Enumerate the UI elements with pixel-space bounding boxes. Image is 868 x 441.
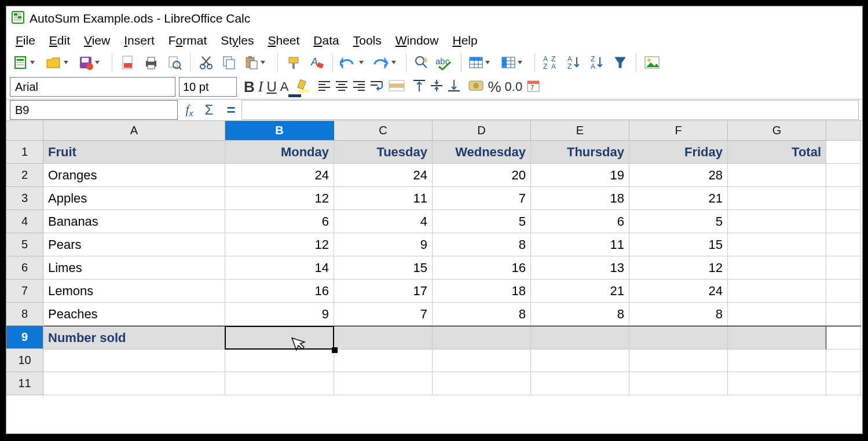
cell[interactable] — [826, 256, 861, 280]
align-right-button[interactable] — [352, 79, 366, 94]
cell[interactable]: 20 — [433, 164, 531, 187]
font-color-button[interactable]: A — [280, 79, 292, 94]
cell[interactable] — [728, 256, 826, 280]
wrap-text-button[interactable] — [369, 79, 384, 94]
cell[interactable] — [531, 326, 629, 350]
cell[interactable] — [728, 233, 826, 256]
cell[interactable]: 21 — [629, 187, 728, 210]
row-header-4[interactable]: 4 — [6, 210, 43, 233]
cell[interactable]: Total — [728, 141, 826, 164]
merge-cells-button[interactable] — [388, 79, 405, 94]
cell[interactable] — [826, 280, 861, 303]
image-button[interactable] — [642, 53, 662, 72]
col-header-C[interactable]: C — [334, 121, 433, 141]
cell[interactable]: Wednesday — [433, 141, 531, 164]
cell[interactable] — [629, 349, 728, 372]
menu-format[interactable]: Format — [169, 34, 207, 47]
align-center-button[interactable] — [335, 79, 349, 94]
cell[interactable]: 7 — [334, 303, 433, 326]
cell[interactable] — [334, 372, 433, 395]
sort-button[interactable]: AZZA — [541, 53, 561, 72]
cell[interactable] — [826, 349, 861, 372]
cell[interactable]: 5 — [629, 210, 728, 233]
column-button[interactable] — [500, 53, 529, 72]
cell[interactable]: 24 — [334, 164, 433, 187]
undo-button[interactable] — [339, 53, 368, 72]
print-button[interactable] — [141, 53, 161, 72]
cell[interactable] — [433, 349, 531, 372]
autosum-button[interactable]: Σ — [200, 100, 221, 120]
cell[interactable] — [728, 326, 826, 350]
cell[interactable]: 5 — [433, 210, 531, 233]
cell[interactable]: 8 — [433, 233, 531, 256]
clear-formatting-button[interactable]: A — [307, 53, 327, 72]
formula-input[interactable] — [241, 100, 859, 120]
cell[interactable] — [826, 372, 861, 395]
col-header-D[interactable]: D — [433, 121, 531, 141]
align-bottom-button[interactable] — [447, 79, 461, 95]
underline-button[interactable]: U — [266, 79, 276, 95]
export-pdf-button[interactable] — [118, 53, 138, 72]
cell[interactable] — [43, 349, 225, 372]
cell[interactable]: 15 — [334, 256, 433, 280]
cell[interactable] — [728, 280, 826, 303]
cell[interactable] — [826, 141, 861, 164]
cell[interactable] — [433, 326, 531, 350]
font-name-select[interactable]: Arial — [10, 77, 175, 97]
col-header-A[interactable]: A — [43, 121, 225, 141]
cell[interactable]: Monday — [225, 141, 334, 164]
cell[interactable]: 17 — [334, 280, 433, 303]
menu-window[interactable]: Window — [395, 34, 439, 47]
formula-button[interactable]: = — [221, 100, 241, 120]
cell[interactable]: 19 — [531, 164, 629, 187]
row-header-7[interactable]: 7 — [6, 280, 43, 303]
menu-view[interactable]: View — [84, 34, 110, 47]
cells-area[interactable]: Fruit Monday Tuesday Wednesday Thursday … — [43, 141, 861, 395]
row-header-8[interactable]: 8 — [6, 303, 43, 326]
cell[interactable]: Fruit — [43, 141, 225, 164]
align-top-button[interactable] — [412, 79, 426, 95]
menu-file[interactable]: File — [16, 34, 35, 47]
cell[interactable]: 11 — [531, 233, 629, 256]
align-middle-button[interactable] — [430, 79, 444, 95]
cell[interactable]: 14 — [225, 256, 334, 280]
cell[interactable] — [43, 372, 225, 395]
cell[interactable]: Bananas — [43, 210, 225, 233]
cell[interactable] — [826, 233, 861, 256]
cell[interactable]: 9 — [225, 303, 334, 326]
function-wizard-button[interactable]: fx — [179, 100, 200, 120]
cell[interactable]: Limes — [43, 256, 225, 280]
cell[interactable]: 12 — [629, 256, 728, 280]
cell[interactable]: 16 — [433, 256, 531, 280]
cell[interactable]: 6 — [225, 210, 334, 233]
autofilter-button[interactable] — [610, 53, 630, 72]
col-header-blank[interactable] — [826, 121, 861, 141]
menu-data[interactable]: Data — [313, 34, 339, 47]
row-button[interactable] — [467, 53, 496, 72]
cell[interactable]: 24 — [225, 164, 334, 187]
row-header-3[interactable]: 3 — [6, 187, 43, 210]
col-header-B[interactable]: B — [225, 121, 334, 141]
cell[interactable]: 24 — [629, 280, 728, 303]
spellcheck-button[interactable]: abc — [435, 53, 455, 72]
print-preview-button[interactable] — [164, 53, 184, 72]
cell[interactable] — [225, 349, 334, 372]
date-format-button[interactable]: 7 — [526, 78, 541, 95]
menu-sheet[interactable]: Sheet — [268, 34, 299, 47]
cell[interactable]: 6 — [531, 210, 629, 233]
cell[interactable]: Friday — [629, 141, 728, 164]
cell[interactable]: 12 — [225, 233, 334, 256]
cell[interactable]: 13 — [531, 256, 629, 280]
cell[interactable] — [531, 349, 629, 372]
cell[interactable]: 18 — [531, 187, 629, 210]
select-all-corner[interactable] — [6, 121, 43, 141]
cell[interactable]: 9 — [334, 233, 433, 256]
new-button[interactable] — [12, 53, 41, 72]
cut-button[interactable] — [196, 53, 216, 72]
col-header-G[interactable]: G — [728, 121, 826, 141]
highlight-color-button[interactable] — [295, 78, 310, 95]
cell[interactable]: 18 — [433, 280, 531, 303]
save-button[interactable] — [77, 53, 106, 72]
cell[interactable] — [728, 303, 826, 326]
cell[interactable]: Peaches — [43, 303, 225, 326]
